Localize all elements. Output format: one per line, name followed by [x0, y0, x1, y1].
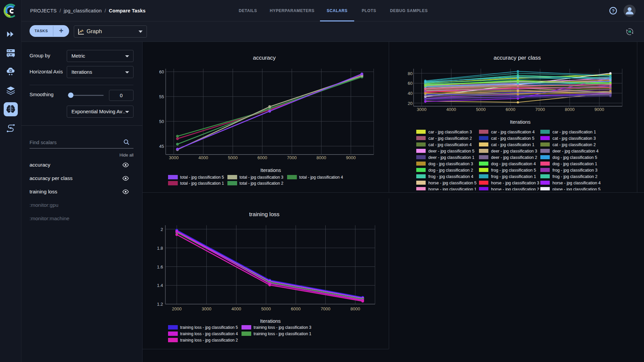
svg-text:training loss - jpg classifica: training loss - jpg classification 2	[180, 338, 238, 343]
svg-text:6000: 6000	[291, 306, 301, 311]
svg-text:deer - jpg classification 1: deer - jpg classification 1	[428, 155, 475, 160]
svg-text:40: 40	[408, 91, 413, 96]
svg-text:1.8: 1.8	[157, 246, 163, 251]
svg-text:9000: 9000	[346, 155, 356, 160]
svg-text:car - jpg classification 2: car - jpg classification 2	[428, 136, 472, 141]
svg-text:cat - jpg classification 2: cat - jpg classification 2	[552, 142, 596, 147]
svg-text:dog - jpg classification 3: dog - jpg classification 3	[428, 162, 473, 166]
svg-text:60: 60	[408, 81, 413, 86]
svg-text:horse - jpg classification 4: horse - jpg classification 4	[552, 181, 601, 185]
svg-text:2000: 2000	[172, 306, 182, 311]
svg-text:training loss - jpg classifica: training loss - jpg classification 4	[180, 331, 238, 336]
svg-text:total - jpg classification 4: total - jpg classification 4	[299, 175, 343, 180]
svg-text:horse - jpg classification 1: horse - jpg classification 1	[428, 187, 477, 191]
svg-text:frog - jpg classification 3: frog - jpg classification 3	[552, 168, 597, 173]
svg-text:total - jpg classification 5: total - jpg classification 5	[180, 175, 224, 180]
svg-text:7000: 7000	[321, 306, 330, 311]
svg-text:60: 60	[159, 69, 164, 74]
svg-text:cat - jpg classification 4: cat - jpg classification 4	[428, 142, 472, 147]
svg-text:training loss - jpg classifica: training loss - jpg classification 1	[254, 331, 311, 336]
svg-text:20: 20	[408, 101, 413, 106]
svg-text:3000: 3000	[169, 155, 179, 160]
svg-text:horse - jpg classification 2: horse - jpg classification 2	[491, 187, 539, 191]
svg-text:deer - jpg classification 5: deer - jpg classification 5	[428, 149, 475, 154]
svg-text:6000: 6000	[258, 155, 267, 160]
svg-text:3000: 3000	[202, 306, 211, 311]
svg-text:car - jpg classification 1: car - jpg classification 1	[552, 130, 596, 134]
svg-text:dog - jpg classification 4: dog - jpg classification 4	[491, 162, 536, 166]
svg-text:total - jpg classification 3: total - jpg classification 3	[239, 175, 283, 180]
svg-text:cat - jpg classification 1: cat - jpg classification 1	[491, 142, 534, 147]
svg-text:car - jpg classification 3: car - jpg classification 3	[428, 130, 472, 134]
svg-text:4000: 4000	[231, 306, 241, 311]
svg-text:cat - jpg classification 5: cat - jpg classification 5	[491, 136, 534, 141]
svg-text:45: 45	[159, 144, 164, 149]
svg-text:1.6: 1.6	[157, 264, 163, 269]
svg-text:accuracy: accuracy	[253, 55, 276, 61]
svg-text:9000: 9000	[594, 107, 604, 112]
svg-text:training loss - jpg classifica: training loss - jpg classification 5	[180, 325, 238, 330]
svg-text:55: 55	[159, 94, 164, 99]
svg-text:5000: 5000	[261, 306, 271, 311]
svg-text:frog - jpg classification 5: frog - jpg classification 5	[491, 168, 536, 173]
svg-text:training loss - jpg classifica: training loss - jpg classification 3	[254, 325, 311, 330]
svg-text:dog - jpg classification 1: dog - jpg classification 1	[552, 162, 597, 166]
svg-text:total - jpg classification 1: total - jpg classification 1	[180, 181, 224, 186]
svg-text:1.4: 1.4	[157, 283, 163, 288]
svg-text:horse - jpg classification 3: horse - jpg classification 3	[491, 181, 539, 185]
svg-text:8000: 8000	[351, 306, 360, 311]
svg-text:dog - jpg classification 2: dog - jpg classification 2	[428, 168, 473, 173]
svg-text:?: ?	[612, 8, 614, 13]
svg-text:horse - jpg classification 5: horse - jpg classification 5	[428, 181, 477, 185]
svg-text:Iterations: Iterations	[260, 318, 281, 324]
svg-text:1.2: 1.2	[157, 302, 163, 307]
svg-text:accuracy per class: accuracy per class	[494, 55, 541, 61]
svg-text:Iterations: Iterations	[260, 167, 281, 173]
svg-text:5000: 5000	[228, 155, 238, 160]
svg-text:frog - jpg classification 2: frog - jpg classification 2	[552, 174, 597, 179]
svg-text:50: 50	[159, 119, 164, 124]
svg-text:2: 2	[161, 227, 163, 232]
svg-text:training loss: training loss	[249, 211, 280, 218]
svg-text:cat - jpg classification 3: cat - jpg classification 3	[552, 136, 596, 141]
svg-text:4000: 4000	[446, 107, 456, 112]
svg-text:plane - jpg classification 5: plane - jpg classification 5	[552, 187, 600, 191]
svg-text:Iterations: Iterations	[510, 119, 531, 125]
svg-text:7000: 7000	[287, 155, 297, 160]
svg-text:7000: 7000	[535, 107, 545, 112]
svg-text:car - jpg classification 4: car - jpg classification 4	[491, 130, 535, 134]
svg-text:deer - jpg classification 4: deer - jpg classification 4	[552, 149, 599, 154]
svg-text:6000: 6000	[505, 107, 515, 112]
svg-text:frog - jpg classification 4: frog - jpg classification 4	[428, 174, 473, 179]
svg-text:3000: 3000	[417, 107, 427, 112]
svg-text:total - jpg classification 2: total - jpg classification 2	[239, 181, 283, 186]
svg-text:8000: 8000	[565, 107, 575, 112]
svg-text:dog - jpg classification 5: dog - jpg classification 5	[552, 155, 597, 160]
svg-text:deer - jpg classification 2: deer - jpg classification 2	[491, 155, 537, 160]
svg-text:80: 80	[408, 71, 413, 76]
svg-text:deer - jpg classification 3: deer - jpg classification 3	[491, 149, 537, 154]
svg-text:4000: 4000	[199, 155, 208, 160]
svg-text:5000: 5000	[476, 107, 486, 112]
svg-text:8000: 8000	[317, 155, 326, 160]
svg-text:frog - jpg classification 1: frog - jpg classification 1	[491, 174, 536, 179]
